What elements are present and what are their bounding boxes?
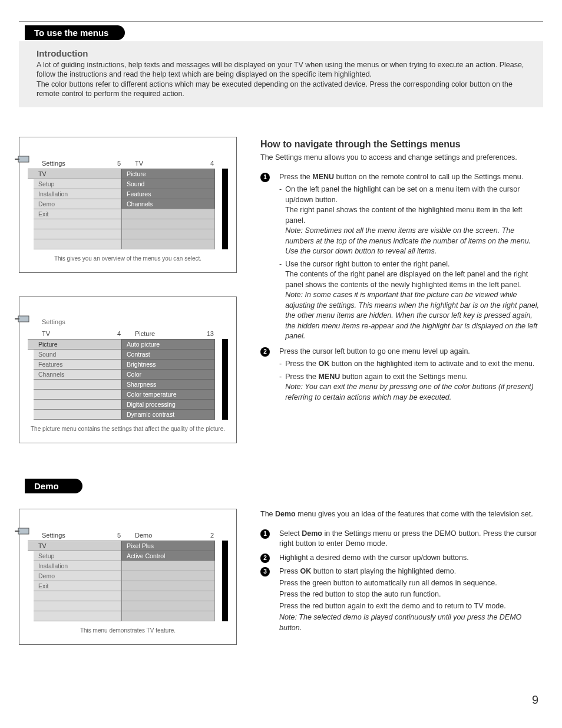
section-pill-demo: Demo: [25, 479, 82, 493]
osd-row: Demo: [34, 199, 121, 209]
osd-scrollbar: [222, 541, 228, 621]
osd-row: Installation: [34, 561, 121, 571]
osd-scrollbar: [222, 339, 228, 420]
step-number-icon: 1: [260, 173, 270, 182]
osd-row: Exit: [34, 581, 121, 591]
step-2: 2 Press the cursor left button to go one…: [260, 347, 543, 404]
osd2-left-count: 4: [117, 330, 121, 337]
osd-settings-tv: Settings5 TV4 TV Setup Installation Demo…: [19, 137, 237, 273]
osd-row: Features: [121, 189, 215, 199]
osd-row: [34, 229, 121, 239]
osd1-caption: This gives you an overview of the menus …: [28, 255, 228, 262]
osd2-right-title: Picture: [135, 330, 155, 337]
osd-row: Pixel Plus: [121, 541, 215, 551]
osd-row: Channels: [34, 369, 121, 380]
osd-row: Exit: [34, 209, 121, 219]
howto-lead: The Settings menu allows you to access a…: [260, 153, 543, 162]
page-number: 9: [532, 693, 538, 707]
osd-row: Color: [121, 369, 215, 380]
intro-p1: A lot of guiding instructions, help text…: [37, 61, 525, 79]
osd-row: Installation: [34, 189, 121, 199]
osd-row: [121, 611, 215, 621]
osd-row: Picture: [121, 169, 215, 179]
osd-settings-demo: Settings5 Demo2 TV Setup Installation De…: [19, 509, 237, 645]
osd-row: [121, 571, 215, 581]
osd-row: Dynamic contrast: [121, 409, 215, 420]
osd-row: Digital processing: [121, 399, 215, 410]
osd-row: Channels: [121, 199, 215, 209]
demo-step-3: 3 Press OK button to start playing the h…: [260, 566, 543, 634]
svg-rect-4: [18, 528, 29, 534]
demo-step-1: 1 Select Demo in the Settings menu or pr…: [260, 529, 543, 549]
intro-p2: The color buttons refer to different act…: [37, 80, 525, 98]
osd-row: [34, 601, 121, 611]
osd-row: [34, 611, 121, 621]
osd-row: Brightness: [121, 359, 215, 370]
svg-rect-1: [15, 159, 19, 160]
svg-rect-2: [18, 316, 29, 322]
osd-row: TV: [28, 169, 121, 179]
osd-row: [34, 409, 121, 420]
svg-rect-3: [15, 318, 19, 319]
osd-row: [34, 219, 121, 229]
osd-row: [34, 389, 121, 400]
intro-heading: Introduction: [37, 48, 525, 58]
osd-row: TV: [28, 541, 121, 551]
osd-tab-icon: [15, 314, 228, 322]
osd-row: Color temperature: [121, 389, 215, 400]
step-1: 1 Press the MENU button on the remote co…: [260, 172, 543, 343]
svg-rect-0: [18, 156, 29, 162]
top-rule: [19, 21, 543, 22]
osd-scrollbar: [222, 169, 228, 249]
osd2-right-count: 13: [207, 330, 214, 337]
osd-tv-picture: Settings TV4 Picture13 Picture Sound Fea…: [19, 297, 237, 443]
demo-lead: The Demo menu gives you an idea of the f…: [260, 510, 543, 518]
step-number-icon: 2: [260, 347, 270, 357]
osd-row: Setup: [34, 179, 121, 189]
howto-heading: How to navigate through the Settings men…: [260, 139, 543, 150]
osd-row: Auto picture: [121, 339, 215, 350]
osd-row: [121, 239, 215, 249]
intro-box: Introduction A lot of guiding instructio…: [19, 41, 543, 107]
osd-tab-icon: [15, 154, 228, 162]
osd-row: [121, 601, 215, 611]
osd2-left-title: TV: [42, 330, 50, 337]
demo-step-2: 2 Highlight a desired demo with the curs…: [260, 553, 543, 564]
osd-row: Sound: [121, 179, 215, 189]
osd-row: Picture: [28, 339, 121, 350]
osd-tab-icon: [15, 526, 228, 534]
svg-rect-5: [15, 531, 19, 532]
step-number-icon: 1: [260, 529, 270, 539]
osd-row: [121, 561, 215, 571]
osd-row: Demo: [34, 571, 121, 581]
osd-row: [34, 239, 121, 249]
osd-row: [34, 591, 121, 601]
osd2-caption: The picture menu contains the settings t…: [28, 426, 228, 432]
osd3-caption: This menu demonstrates TV feature.: [28, 627, 228, 634]
osd-row: Features: [34, 359, 121, 370]
osd-row: [34, 379, 121, 390]
osd-row: [121, 209, 215, 219]
osd-row: [121, 229, 215, 239]
osd-row: [121, 219, 215, 229]
step-number-icon: 3: [260, 567, 270, 577]
osd-row: [121, 581, 215, 591]
osd-row: [34, 399, 121, 410]
osd-row: Active Control: [121, 551, 215, 561]
osd-row: Sound: [34, 349, 121, 360]
osd-row: Contrast: [121, 349, 215, 360]
osd-row: Setup: [34, 551, 121, 561]
osd-row: [121, 591, 215, 601]
osd-row: Sharpness: [121, 379, 215, 390]
step-number-icon: 2: [260, 554, 270, 563]
section-pill-menus: To use the menus: [25, 25, 125, 40]
